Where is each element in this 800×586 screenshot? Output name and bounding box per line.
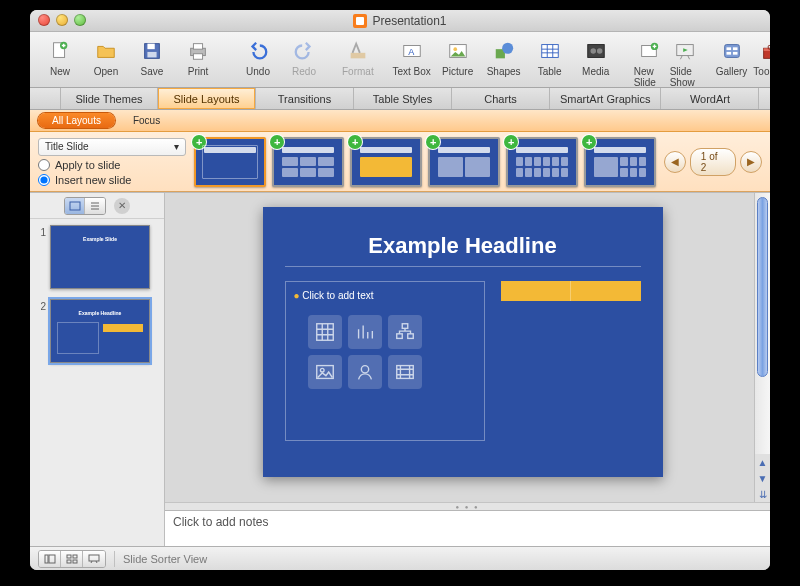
svg-rect-38 (396, 366, 413, 379)
layout-thumb-5[interactable]: + (506, 137, 578, 187)
layout-thumb-6[interactable]: + (584, 137, 656, 187)
notes-field[interactable]: Click to add notes (165, 510, 770, 546)
table-button[interactable]: Table (528, 36, 572, 77)
svg-point-36 (320, 368, 324, 372)
svg-rect-24 (732, 47, 737, 50)
thumbnails-view-icon (65, 198, 85, 214)
svg-point-18 (597, 48, 603, 54)
toolbox-button[interactable]: Toolbox (753, 36, 770, 77)
layout-thumb-3[interactable]: + (350, 137, 422, 187)
ribbon-tabs: Slide Themes Slide Layouts Transitions T… (30, 88, 770, 110)
media-button[interactable]: Media (574, 36, 618, 77)
new-slide-button[interactable]: New Slide (634, 36, 664, 88)
status-text: Slide Sorter View (123, 553, 207, 565)
slide-thumb-2[interactable]: 2 Example Headline (34, 299, 160, 363)
print-button[interactable]: Print (176, 36, 220, 77)
tab-smartart[interactable]: SmartArt Graphics (550, 88, 661, 109)
new-button[interactable]: New (38, 36, 82, 77)
insert-table-icon[interactable] (308, 315, 342, 349)
slide-headline[interactable]: Example Headline (285, 225, 641, 267)
status-bar: Slide Sorter View (30, 546, 770, 570)
svg-rect-42 (73, 555, 77, 558)
close-window-icon[interactable] (38, 14, 50, 26)
layout-thumb-2[interactable]: + (272, 137, 344, 187)
svg-rect-44 (73, 560, 77, 563)
insert-picture-icon[interactable] (308, 355, 342, 389)
picture-button[interactable]: Picture (436, 36, 480, 77)
layout-dropdown[interactable]: Title Slide▾ (38, 138, 186, 156)
svg-rect-15 (541, 45, 558, 58)
svg-rect-33 (396, 334, 402, 339)
view-buttons[interactable] (38, 550, 106, 568)
chevron-down-icon: ▾ (174, 141, 179, 152)
svg-rect-40 (49, 555, 55, 563)
close-sidebar-icon[interactable]: ✕ (114, 198, 130, 214)
insert-clipart-icon[interactable] (348, 355, 382, 389)
svg-point-37 (361, 366, 368, 373)
subtab-focus[interactable]: Focus (119, 113, 174, 128)
zoom-window-icon[interactable] (74, 14, 86, 26)
main-toolbar: New Open Save Print Undo Redo Format ATe… (30, 32, 770, 88)
slide-canvas[interactable]: Example Headline Click to add text (165, 193, 770, 502)
format-button[interactable]: Format (342, 36, 374, 77)
vertical-scrollbar[interactable]: ▲ ▼ ⇊ (754, 193, 770, 502)
slideshow-view-icon (83, 551, 105, 567)
svg-rect-41 (67, 555, 71, 558)
tab-charts[interactable]: Charts (452, 88, 550, 109)
slideshow-button[interactable]: Slide Show (670, 36, 700, 88)
svg-rect-30 (70, 202, 80, 210)
current-slide[interactable]: Example Headline Click to add text (263, 207, 663, 477)
layout-thumb-1[interactable]: + (194, 137, 266, 187)
subtab-all-layouts[interactable]: All Layouts (38, 113, 115, 128)
minimize-window-icon[interactable] (56, 14, 68, 26)
gallery-button[interactable]: Gallery (716, 36, 748, 77)
color-placeholder[interactable] (501, 281, 641, 301)
tab-slide-themes[interactable]: Slide Themes (60, 88, 158, 109)
svg-point-12 (453, 47, 457, 51)
layout-prev-button[interactable]: ◀ (664, 151, 686, 173)
insert-media-icon[interactable] (388, 355, 422, 389)
sidebar-view-segmented[interactable] (64, 197, 106, 215)
tab-wordart[interactable]: WordArt (661, 88, 759, 109)
svg-rect-43 (67, 560, 71, 563)
tab-transitions[interactable]: Transitions (256, 88, 354, 109)
svg-rect-6 (193, 44, 202, 50)
tab-table-styles[interactable]: Table Styles (354, 88, 452, 109)
slide-thumb-1[interactable]: 1 Example Slide (34, 225, 160, 289)
layout-bar: Title Slide▾ Apply to slide Insert new s… (30, 132, 770, 192)
scroll-double-down-icon: ⇊ (755, 486, 770, 502)
svg-text:A: A (408, 47, 415, 57)
svg-rect-25 (726, 52, 731, 55)
shapes-button[interactable]: Shapes (482, 36, 526, 77)
layout-thumb-4[interactable]: + (428, 137, 500, 187)
svg-rect-22 (724, 45, 739, 58)
notes-splitter[interactable]: ● ● ● (165, 502, 770, 510)
svg-point-17 (590, 48, 596, 54)
insert-new-slide-radio[interactable]: Insert new slide (38, 174, 186, 186)
layout-pager-label: 1 of 2 (690, 148, 737, 176)
svg-rect-23 (726, 47, 731, 50)
sorter-view-icon (61, 551, 83, 567)
svg-rect-4 (147, 52, 156, 57)
document-title: Presentation1 (372, 14, 446, 28)
svg-rect-7 (193, 54, 202, 60)
svg-rect-31 (316, 324, 333, 341)
tab-slide-layouts[interactable]: Slide Layouts (158, 88, 256, 109)
svg-rect-3 (147, 44, 154, 50)
document-icon (353, 14, 367, 28)
svg-rect-8 (350, 53, 365, 59)
scroll-down-icon: ▼ (755, 470, 770, 486)
layout-next-button[interactable]: ▶ (740, 151, 762, 173)
apply-to-slide-radio[interactable]: Apply to slide (38, 159, 186, 171)
textbox-button[interactable]: AText Box (390, 36, 434, 77)
content-placeholder[interactable]: Click to add text (285, 281, 485, 441)
undo-button[interactable]: Undo (236, 36, 280, 77)
insert-smartart-icon[interactable] (388, 315, 422, 349)
insert-chart-icon[interactable] (348, 315, 382, 349)
svg-rect-32 (402, 324, 408, 329)
open-button[interactable]: Open (84, 36, 128, 77)
svg-rect-26 (732, 52, 737, 55)
save-button[interactable]: Save (130, 36, 174, 77)
redo-button[interactable]: Redo (282, 36, 326, 77)
layout-subtabs: All Layouts Focus (30, 110, 770, 132)
